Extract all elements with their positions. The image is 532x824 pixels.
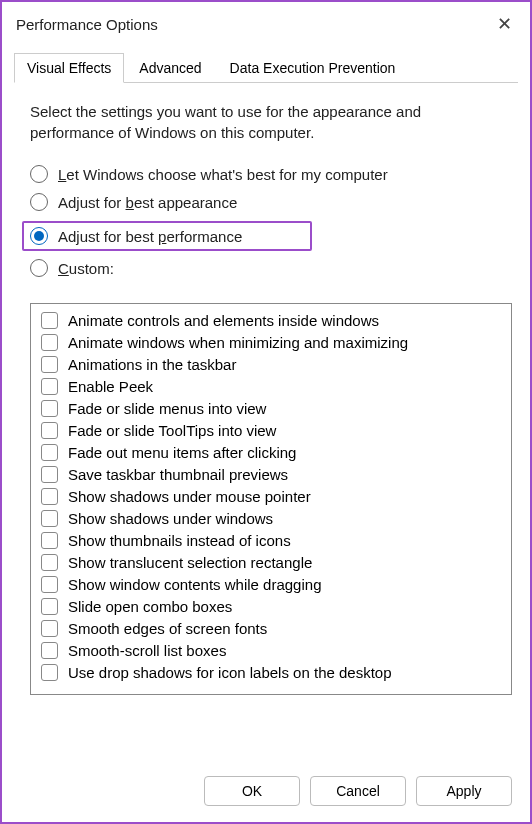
radio-icon <box>30 259 48 277</box>
cancel-button[interactable]: Cancel <box>310 776 406 806</box>
checkbox-icon <box>41 576 58 593</box>
checkbox-icon <box>41 554 58 571</box>
ok-button[interactable]: OK <box>204 776 300 806</box>
check-slide-combo[interactable]: Slide open combo boxes <box>41 598 501 615</box>
radio-icon <box>30 193 48 211</box>
check-fade-menus[interactable]: Fade or slide menus into view <box>41 400 501 417</box>
highlight-box: Adjust for best performance <box>22 221 312 251</box>
check-label: Fade or slide menus into view <box>68 400 266 417</box>
radio-best-performance[interactable]: Adjust for best performance <box>30 227 304 245</box>
tab-content: Select the settings you want to use for … <box>2 83 530 297</box>
radio-icon <box>30 165 48 183</box>
checklist-container: Animate controls and elements inside win… <box>30 303 512 695</box>
checkbox-icon <box>41 620 58 637</box>
apply-button[interactable]: Apply <box>416 776 512 806</box>
tabs: Visual Effects Advanced Data Execution P… <box>14 52 518 83</box>
check-shadows-windows[interactable]: Show shadows under windows <box>41 510 501 527</box>
radio-label: Adjust for best performance <box>58 228 242 245</box>
check-label: Fade out menu items after clicking <box>68 444 296 461</box>
tab-advanced[interactable]: Advanced <box>126 53 214 83</box>
tab-visual-effects[interactable]: Visual Effects <box>14 53 124 83</box>
check-window-contents-drag[interactable]: Show window contents while dragging <box>41 576 501 593</box>
check-label: Fade or slide ToolTips into view <box>68 422 276 439</box>
checkbox-icon <box>41 488 58 505</box>
check-label: Animate controls and elements inside win… <box>68 312 379 329</box>
checkbox-icon <box>41 312 58 329</box>
check-label: Slide open combo boxes <box>68 598 232 615</box>
check-label: Show shadows under windows <box>68 510 273 527</box>
radio-group: Let Windows choose what's best for my co… <box>30 165 502 277</box>
check-smooth-fonts[interactable]: Smooth edges of screen fonts <box>41 620 501 637</box>
radio-label: Custom: <box>58 260 114 277</box>
check-fade-tooltips[interactable]: Fade or slide ToolTips into view <box>41 422 501 439</box>
check-label: Use drop shadows for icon labels on the … <box>68 664 392 681</box>
checkbox-icon <box>41 356 58 373</box>
check-label: Show shadows under mouse pointer <box>68 488 311 505</box>
check-label: Save taskbar thumbnail previews <box>68 466 288 483</box>
check-thumbnails-icons[interactable]: Show thumbnails instead of icons <box>41 532 501 549</box>
close-icon[interactable]: ✕ <box>492 12 516 36</box>
checkbox-icon <box>41 334 58 351</box>
radio-label: Let Windows choose what's best for my co… <box>58 166 388 183</box>
checkbox-icon <box>41 664 58 681</box>
check-label: Show thumbnails instead of icons <box>68 532 291 549</box>
check-animate-controls[interactable]: Animate controls and elements inside win… <box>41 312 501 329</box>
check-label: Animate windows when minimizing and maxi… <box>68 334 408 351</box>
window-title: Performance Options <box>16 16 158 33</box>
check-label: Smooth-scroll list boxes <box>68 642 226 659</box>
checkbox-icon <box>41 642 58 659</box>
check-enable-peek[interactable]: Enable Peek <box>41 378 501 395</box>
radio-let-windows-choose[interactable]: Let Windows choose what's best for my co… <box>30 165 502 183</box>
check-drop-shadows-icons[interactable]: Use drop shadows for icon labels on the … <box>41 664 501 681</box>
radio-icon <box>30 227 48 245</box>
title-bar: Performance Options ✕ <box>2 2 530 44</box>
check-translucent-selection[interactable]: Show translucent selection rectangle <box>41 554 501 571</box>
check-label: Smooth edges of screen fonts <box>68 620 267 637</box>
checkbox-icon <box>41 378 58 395</box>
check-label: Animations in the taskbar <box>68 356 236 373</box>
radio-custom[interactable]: Custom: <box>30 259 502 277</box>
check-animations-taskbar[interactable]: Animations in the taskbar <box>41 356 501 373</box>
radio-label: Adjust for best appearance <box>58 194 237 211</box>
radio-best-appearance[interactable]: Adjust for best appearance <box>30 193 502 211</box>
check-smooth-scroll[interactable]: Smooth-scroll list boxes <box>41 642 501 659</box>
checkbox-icon <box>41 466 58 483</box>
button-bar: OK Cancel Apply <box>188 762 528 820</box>
check-save-thumbnails[interactable]: Save taskbar thumbnail previews <box>41 466 501 483</box>
check-shadows-pointer[interactable]: Show shadows under mouse pointer <box>41 488 501 505</box>
checkbox-icon <box>41 400 58 417</box>
checkbox-icon <box>41 598 58 615</box>
checkbox-icon <box>41 510 58 527</box>
checkbox-icon <box>41 532 58 549</box>
tab-dep[interactable]: Data Execution Prevention <box>217 53 409 83</box>
check-label: Enable Peek <box>68 378 153 395</box>
check-label: Show window contents while dragging <box>68 576 321 593</box>
check-animate-windows[interactable]: Animate windows when minimizing and maxi… <box>41 334 501 351</box>
check-fade-out-menu[interactable]: Fade out menu items after clicking <box>41 444 501 461</box>
checkbox-icon <box>41 422 58 439</box>
description-text: Select the settings you want to use for … <box>30 101 502 143</box>
check-label: Show translucent selection rectangle <box>68 554 312 571</box>
checkbox-icon <box>41 444 58 461</box>
